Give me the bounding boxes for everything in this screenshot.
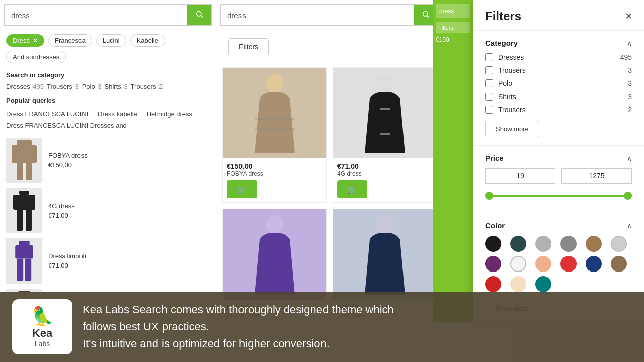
tag-lucini[interactable]: Lucini	[96, 34, 126, 47]
left-product-3-price: €71,00	[48, 262, 210, 269]
svg-rect-7	[13, 195, 35, 210]
color-swatch-purple[interactable]	[485, 256, 501, 272]
filters-title: Filters	[485, 9, 521, 23]
svg-rect-25	[380, 133, 390, 135]
color-swatch-darkred[interactable]	[485, 276, 501, 292]
svg-point-0	[197, 12, 201, 16]
query-2[interactable]: Dress kabelle	[98, 110, 137, 118]
middle-card-2-img	[333, 68, 436, 158]
left-search-button[interactable]	[187, 5, 211, 25]
svg-rect-6	[19, 191, 29, 195]
color-swatch-red[interactable]	[560, 256, 577, 272]
left-product-list: FOBYA dress €150,00 4G dress €71,00 Dres…	[0, 134, 216, 292]
cat-polo[interactable]: Polo 3	[82, 83, 102, 90]
color-swatch-grid	[485, 236, 632, 292]
price-min-input[interactable]	[485, 168, 555, 184]
tag-andsundresses[interactable]: And sundresses	[6, 51, 66, 63]
filter-cat-trousers-2-label: Trousers	[498, 106, 526, 114]
middle-filters-button[interactable]: Filters	[228, 38, 269, 55]
query-1[interactable]: Dress FRANCESCA LUCINI	[6, 110, 88, 118]
color-swatch-lightgray[interactable]	[535, 236, 551, 252]
tag-francesca[interactable]: Francesca	[48, 34, 92, 47]
svg-rect-10	[19, 241, 29, 245]
banner-line1: Kea Labs Search comes with thoroughly de…	[83, 303, 394, 316]
category-show-more-button[interactable]: Show more	[485, 121, 539, 137]
svg-rect-11	[15, 245, 33, 259]
banner-line3: It's intuitive and is optimized for high…	[83, 337, 330, 350]
filter-cat-polo-checkbox[interactable]	[485, 79, 493, 87]
filter-cat-trousers-2: Trousers 2	[485, 106, 632, 114]
middle-product-grid: €150,00 FOBYA dress 🛒 €71,00 4G dress 🛒	[216, 63, 443, 322]
color-swatch-black[interactable]	[485, 236, 501, 252]
query-4[interactable]: Dress FRANCESCA LUCINI Dresses and	[6, 122, 127, 129]
middle-card-2-name: 4G dress	[337, 170, 432, 177]
category-list: Dresses 495 Trousers 3 Polo 3 Shirts 3 T…	[0, 81, 216, 93]
middle-card-4-img	[333, 209, 436, 300]
middle-card-3-img	[223, 209, 326, 300]
tag-dress[interactable]: Dress ✕	[6, 34, 44, 47]
color-swatch-tan[interactable]	[586, 236, 602, 252]
color-swatch-navy[interactable]	[586, 256, 602, 272]
cat-dresses[interactable]: Dresses 495	[6, 83, 44, 90]
filter-cat-shirts-checkbox[interactable]	[485, 93, 493, 101]
middle-search-input[interactable]	[221, 7, 414, 24]
filter-category-header[interactable]: Category ∧	[485, 39, 632, 47]
filter-cat-dresses-checkbox[interactable]	[485, 53, 493, 61]
filter-cat-dresses-count: 495	[620, 53, 632, 61]
color-swatch-teal[interactable]	[510, 236, 526, 252]
price-max-input[interactable]	[561, 168, 632, 184]
filter-category-chevron: ∧	[627, 39, 632, 47]
filter-price-header[interactable]: Price ∧	[485, 154, 632, 162]
price-slider-right-thumb[interactable]	[624, 192, 632, 200]
filter-cat-shirts: Shirts 3	[485, 93, 632, 101]
color-swatch-darkteal[interactable]	[535, 276, 551, 292]
green-strip-search: dress	[436, 4, 470, 18]
middle-panel: Filters €150,00 FOBYA dress 🛒	[216, 0, 443, 322]
color-swatch-peach[interactable]	[510, 276, 526, 292]
middle-card-1-cart-button[interactable]: 🛒	[227, 180, 257, 198]
color-swatch-khaki[interactable]	[611, 256, 627, 272]
middle-card-2-cart-button[interactable]: 🛒	[337, 180, 367, 198]
left-product-2: 4G dress €71,00	[6, 188, 210, 233]
green-strip-filters: Filters	[436, 22, 470, 33]
tag-dress-label: Dress	[13, 37, 30, 44]
svg-rect-8	[17, 210, 23, 231]
color-swatch-offwhite[interactable]	[510, 256, 526, 272]
green-strip-price: €150,	[436, 36, 470, 43]
filter-cat-shirts-count: 3	[628, 93, 632, 101]
query-3[interactable]: Helmidge dress	[147, 110, 192, 118]
left-product-2-info: 4G dress €71,00	[48, 202, 210, 219]
popular-queries: Dress FRANCESCA LUCINI Dress kabelle Hel…	[0, 106, 216, 134]
middle-card-1-img	[223, 68, 326, 158]
svg-line-1	[201, 16, 203, 18]
middle-card-1-price: €150,00	[227, 162, 322, 170]
svg-point-27	[376, 215, 394, 233]
cat-trousers-1[interactable]: Trousers 3	[47, 83, 79, 90]
kea-logo-text: Kea	[32, 327, 52, 340]
tag-dress-close[interactable]: ✕	[33, 37, 38, 44]
svg-rect-4	[17, 163, 23, 180]
left-product-1: FOBYA dress €150,00	[6, 138, 210, 183]
filter-cat-dresses: Dresses 495	[485, 53, 632, 61]
kea-logo-sub: Labs	[35, 340, 50, 348]
color-swatch-gray[interactable]	[560, 236, 577, 252]
color-swatch-salmon[interactable]	[535, 256, 551, 272]
color-swatch-white[interactable]	[611, 236, 627, 252]
filters-header: Filters ×	[473, 0, 644, 31]
price-slider[interactable]	[485, 191, 632, 201]
tag-kabelle[interactable]: Kabelle	[130, 34, 165, 47]
price-slider-left-thumb[interactable]	[485, 192, 493, 200]
filter-cat-trousers-2-checkbox[interactable]	[485, 106, 493, 114]
filters-close-button[interactable]: ×	[625, 11, 632, 22]
left-product-3: Dress limonti €71,00	[6, 238, 210, 284]
cat-shirts[interactable]: Shirts 3	[105, 83, 128, 90]
filter-cat-trousers-1: Trousers 3	[485, 66, 632, 74]
filters-panel: Filters × Category ∧ Dresses 495 Trouser…	[473, 0, 644, 322]
left-search-input[interactable]	[5, 7, 187, 24]
cat-trousers-2[interactable]: Trousers 2	[131, 83, 163, 90]
svg-rect-3	[12, 145, 37, 163]
filter-color-header[interactable]: Color ∧	[485, 221, 632, 230]
filter-cat-trousers-1-checkbox[interactable]	[485, 66, 493, 74]
filter-price-chevron: ∧	[627, 154, 632, 162]
banner-text: Kea Labs Search comes with thoroughly de…	[83, 301, 394, 352]
